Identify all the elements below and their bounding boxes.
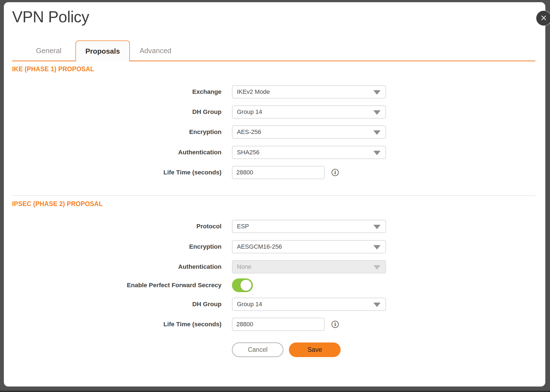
phase1-dhgroup-select[interactable]: Group 14 xyxy=(232,105,386,119)
pfs-toggle[interactable] xyxy=(232,278,253,292)
phase2-authentication-select-disabled: None xyxy=(232,260,386,273)
chevron-down-icon xyxy=(373,265,381,270)
ike-phase1-heading: IKE (PHASE 1) PROPOSAL xyxy=(12,65,94,73)
close-icon: ✕ xyxy=(540,14,547,22)
chevron-down-icon xyxy=(373,130,381,135)
phase1-encryption-value: AES-256 xyxy=(237,126,370,138)
tab-general[interactable]: General xyxy=(22,40,75,61)
toggle-knob xyxy=(240,280,251,291)
page-title: VPN Policy xyxy=(12,8,89,26)
phase1-encryption-select[interactable]: AES-256 xyxy=(232,125,386,139)
screen-background: VPN Policy General Proposals Advanced IK… xyxy=(0,0,550,392)
tab-advanced[interactable]: Advanced xyxy=(129,40,182,61)
phase2-authentication-row: Authentication None xyxy=(12,260,535,273)
phase2-lifetime-label: Life Time (seconds) xyxy=(12,318,221,331)
phase1-lifetime-input[interactable] xyxy=(232,166,325,179)
phase2-lifetime-input[interactable] xyxy=(232,318,325,331)
exchange-value: IKEv2 Mode xyxy=(237,86,370,98)
tab-bar: General Proposals Advanced xyxy=(12,40,535,61)
phase1-encryption-row: Encryption AES-256 xyxy=(12,125,535,139)
phase2-lifetime-row: Life Time (seconds) i xyxy=(12,318,535,331)
exchange-row: Exchange IKEv2 Mode xyxy=(12,85,535,98)
protocol-row: Protocol ESP xyxy=(12,220,535,233)
ipsec-phase2-heading: IPSEC (PHASE 2) PROPOSAL xyxy=(12,200,103,208)
dialog-close-button[interactable]: ✕ xyxy=(536,11,550,26)
phase1-dhgroup-label: DH Group xyxy=(12,105,221,119)
cancel-button[interactable]: Cancel xyxy=(232,342,283,357)
pfs-row: Enable Perfect Forward Secrecy xyxy=(12,278,535,292)
phase1-lifetime-label: Life Time (seconds) xyxy=(12,166,221,179)
tab-proposals[interactable]: Proposals xyxy=(75,40,130,61)
pfs-label: Enable Perfect Forward Secrecy xyxy=(12,278,221,292)
phase1-dhgroup-value: Group 14 xyxy=(237,106,370,118)
phase1-authentication-select[interactable]: SHA256 xyxy=(232,146,386,159)
phase2-encryption-label: Encryption xyxy=(12,240,221,253)
phase2-dhgroup-label: DH Group xyxy=(12,298,221,311)
chevron-down-icon xyxy=(373,151,381,155)
phase1-authentication-row: Authentication SHA256 xyxy=(12,146,535,159)
phase1-authentication-label: Authentication xyxy=(12,146,221,159)
protocol-value: ESP xyxy=(237,220,370,232)
phase1-lifetime-row: Life Time (seconds) i xyxy=(12,166,535,179)
info-icon[interactable]: i xyxy=(332,321,339,328)
phase2-dhgroup-row: DH Group Group 14 xyxy=(12,298,535,311)
protocol-select[interactable]: ESP xyxy=(232,220,386,233)
exchange-select[interactable]: IKEv2 Mode xyxy=(232,85,386,98)
phase2-encryption-value: AESGCM16-256 xyxy=(237,241,370,253)
phase2-encryption-row: Encryption AESGCM16-256 xyxy=(12,240,535,253)
phase2-authentication-label: Authentication xyxy=(12,260,221,273)
chevron-down-icon xyxy=(373,225,381,229)
phase1-encryption-label: Encryption xyxy=(12,125,221,139)
phase2-encryption-select[interactable]: AESGCM16-256 xyxy=(232,240,386,253)
chevron-down-icon xyxy=(373,90,381,95)
phase1-authentication-value: SHA256 xyxy=(237,146,370,158)
info-icon[interactable]: i xyxy=(332,169,339,176)
chevron-down-icon xyxy=(373,110,381,115)
phase2-dhgroup-value: Group 14 xyxy=(237,298,370,310)
section-divider xyxy=(12,195,535,196)
protocol-label: Protocol xyxy=(12,220,221,233)
phase1-dhgroup-row: DH Group Group 14 xyxy=(12,105,535,119)
save-button[interactable]: Save xyxy=(289,342,341,357)
vpn-policy-dialog: VPN Policy General Proposals Advanced IK… xyxy=(4,2,545,386)
phase2-authentication-value: None xyxy=(237,261,370,273)
chevron-down-icon xyxy=(373,245,381,250)
chevron-down-icon xyxy=(373,303,381,307)
exchange-label: Exchange xyxy=(12,85,221,98)
phase2-dhgroup-select[interactable]: Group 14 xyxy=(232,298,386,311)
